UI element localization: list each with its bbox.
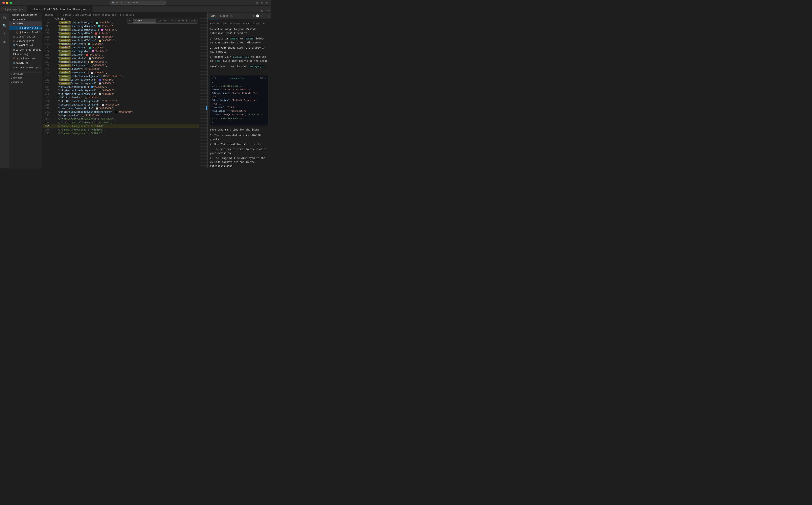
editor-line-249[interactable]: 249 "terminal.ansiBrightRed": "#f14c4c", [42,31,200,35]
editor-line-265[interactable]: 265 "titleBar.activeBackground": "#00000… [42,89,200,92]
find-match-word-icon[interactable]: ab̲ [163,19,169,22]
editor-line-248[interactable]: 248 "terminal.ansiBrightMagenta": "#e567… [42,28,200,31]
sidebar-section-notepads[interactable]: ▶ NOTEPADS [9,72,42,76]
editor-line-262[interactable]: 262 "terminalCursor.background": "#5b51e… [42,78,200,81]
editor-line-277[interactable]: 277 //"banner.foreground": "#320d2" [42,132,200,135]
editor-line-255[interactable]: 255 "terminal.ansiRed": "#f14c4c", [42,53,200,56]
tab-package-json[interactable]: { } package.json [0,6,27,12]
editor-line-275[interactable]: 275 //"banner.background": "#163761", [42,124,200,128]
search-icon: 🔍 [112,1,114,4]
sidebar-section-timeline[interactable]: ▶ TIMELINE [9,80,42,85]
line-content-256: "terminal.ansiWhite": "#d6d6dd", [52,56,200,60]
tab-close-icon[interactable]: ✕ [88,8,90,11]
line-number-253: 253 [42,46,52,49]
editor-layout-icon[interactable]: ⊟ [261,1,264,4]
breadcrumb-colors[interactable]: { } colors [120,13,134,16]
sidebar-item-package-json[interactable]: { } package.json [9,56,42,61]
editor-line-269[interactable]: 269 "titleBar.inactiveForeground": "#ccc… [42,103,200,107]
editor-line-276[interactable]: 276 //"banner.foreground": "#d6d6dd", [42,128,200,132]
editor-line-257[interactable]: 257 "terminal.ansiYellow": "#e5b95c", [42,60,200,64]
editor-line-268[interactable]: 268 "titleBar.inactiveBackground": "#1c1… [42,100,200,103]
editor-line-260[interactable]: 260 "terminal.foreground": "#d6d6dd", [42,71,200,74]
sidebar-item-vscode[interactable]: ▶ .vscode [9,17,42,21]
activity-extensions-icon[interactable]: ⊞ [1,38,8,45]
find-prev-icon[interactable]: ↑ [185,19,187,22]
chat-tab-chat[interactable]: CHAT [209,12,219,19]
sidebar-item-theme1[interactable]: { } Cursor Oled 1600ni... [9,26,42,30]
maximize-window-button[interactable] [10,2,12,4]
global-search-bar[interactable]: 🔍 cursor-oled-1600nits [110,1,166,5]
editor-line-263[interactable]: 263 "terminalCursor.foreground": "#d6d6d… [42,81,200,85]
activity-explorer-icon[interactable]: ⧉ [1,14,8,21]
line-number-274: 274 [42,121,52,124]
chat-user-question: how do I add an image to the extension [210,22,268,26]
nav-forward-button[interactable]: → [17,1,20,4]
tab-theme-json[interactable]: { } Cursor Oled 1600nits-color-theme.jso… [27,6,93,12]
chat-new-icon[interactable]: + [253,14,254,17]
chat-history-icon[interactable]: 🕐 [256,14,259,17]
sidebar-item-cursor-oled[interactable]: ≡ cursor-oled-1600nit... [9,48,42,52]
breadcrumb-file[interactable]: { } Cursor Oled 1600nits-color-theme.jso… [57,13,116,16]
sidebar-item-icon-png[interactable]: 🖼 icon.png [9,52,42,56]
settings-gear-icon[interactable]: ⚙ [265,1,268,4]
line-content-270: "tree.indentGuidesStroke": "#d6d6d00", [52,107,200,110]
editor-line-261[interactable]: 261 "terminal.selectionBackground": "#63… [42,74,200,78]
editor-line-267[interactable]: 267 "titleBar.border": "#383838", [42,96,200,100]
line-number-247: 247 [42,24,52,28]
editor-line-273[interactable]: 273 //"activityBar.activeBorder": "#e3e1… [42,117,200,121]
sidebar-item-changelog[interactable]: M CHANGELOG.md [9,43,42,48]
chat-content[interactable]: how do I add an image to the extension T… [208,19,271,168]
sidebar-item-theme2[interactable]: { } Cursor Oled 1600ni... [9,30,42,34]
sidebar-item-vsc-ext[interactable]: ≡ vsc-extension-quick... [9,65,42,69]
minimize-window-button[interactable] [6,2,8,4]
find-toggle-lines-icon[interactable]: ≡ [191,19,193,22]
line-content-249: "terminal.ansiBrightRed": "#f14c4c", [52,31,200,35]
editor-line-250[interactable]: 250 "terminal.ansiBrightWhite": "#d6d6dd… [42,35,200,39]
chat-more-icon[interactable]: ··· [261,14,266,17]
editor-line-247[interactable]: 247 "terminal.ansiBrightGreen": "#15ac91… [42,24,200,28]
editor-line-264[interactable]: 264 "textLink.foreground": "#228df2", [42,85,200,89]
activity-source-control-icon[interactable]: ⑃ [1,30,8,37]
activity-search-icon[interactable]: 🔍 [1,22,8,29]
editor-line-272[interactable]: 272 "widget.shadow": "#111111eb" [42,114,200,117]
editor-minimap[interactable] [200,17,207,168]
sidebar-toggle-icon[interactable]: ▤ [256,1,259,4]
chat-tab-composer[interactable]: COMPOSER [219,12,234,19]
split-editor-icon[interactable]: ⊞ [261,9,263,12]
tab-more-icon[interactable]: ··· [264,9,269,12]
chat-close-icon[interactable]: ✕ [268,14,269,17]
breadcrumb-themes[interactable]: themes [45,13,53,16]
line-content-261: "terminal.selectionBackground": "#636262… [52,74,200,78]
close-window-button[interactable] [2,2,5,4]
editor-lines: 3 "colors": { 246 "terminal.ansiBrightCy… [42,17,200,155]
sidebar-item-gitattributes[interactable]: ≡ .gitattributes [9,34,42,39]
find-close-icon[interactable]: ✕ [194,19,196,22]
editor-line-256[interactable]: 256 "terminal.ansiWhite": "#d6d6dd", [42,56,200,60]
editor-line-271[interactable]: 271 "walkThrough.embeddedEditorBackgroun… [42,110,200,114]
line-content-266: "titleBar.activeForeground": "#d1d1d1", [52,92,200,96]
editor-line-266[interactable]: 266 "titleBar.activeForeground": "#d1d1d… [42,92,200,96]
editor-line-253[interactable]: 253 "terminal.ansiGreen": "#15ac91", [42,46,200,49]
find-regex-icon[interactable]: .* [170,19,174,22]
sidebar-label-changelog: CHANGELOG.md [15,44,42,47]
editor-line-274[interactable]: 274 //"activityBar.dropBorder": "#e3e1e3… [42,121,200,124]
sidebar-item-vscodeignore[interactable]: ≡ .vscodeignore [9,39,42,43]
editor-line-251[interactable]: 251 "terminal.ansiBrightYellow": "#e5b95… [42,39,200,42]
find-input[interactable] [132,19,157,23]
sidebar-item-readme[interactable]: M README.md [9,61,42,65]
editor-line-259[interactable]: 259 "terminal.border": "#383838", [42,67,200,71]
nav-back-button[interactable]: ← [12,1,15,4]
editor-line-254[interactable]: 254 "terminal.ansiMagenta": "#e567dc", [42,49,200,53]
editor-line-258[interactable]: 258 "terminal.background": "#000000", [42,64,200,67]
editor-line-252[interactable]: 252 "terminal.ansiCyan": "#75d3ba", [42,42,200,46]
sidebar-section-outline[interactable]: ▶ OUTLINE [9,76,42,80]
find-match-case-icon[interactable]: Aa [158,19,162,22]
timeline-label: TIMELINE [13,81,23,84]
find-next-icon[interactable]: ↓ [188,19,190,22]
editor-scroll[interactable]: 3 "colors": { 246 "terminal.ansiBrightCy… [42,17,200,168]
editor-line-270[interactable]: 270 "tree.indentGuidesStroke": "#d6d6d00… [42,107,200,110]
find-expand-icon[interactable]: ▶ [129,19,130,22]
chat-code-line-8: // ... existing code ... [212,117,266,120]
chat-tab-actions: + 🕐 ··· ✕ [253,14,269,17]
sidebar-item-themes[interactable]: ▼ themes [9,21,42,26]
